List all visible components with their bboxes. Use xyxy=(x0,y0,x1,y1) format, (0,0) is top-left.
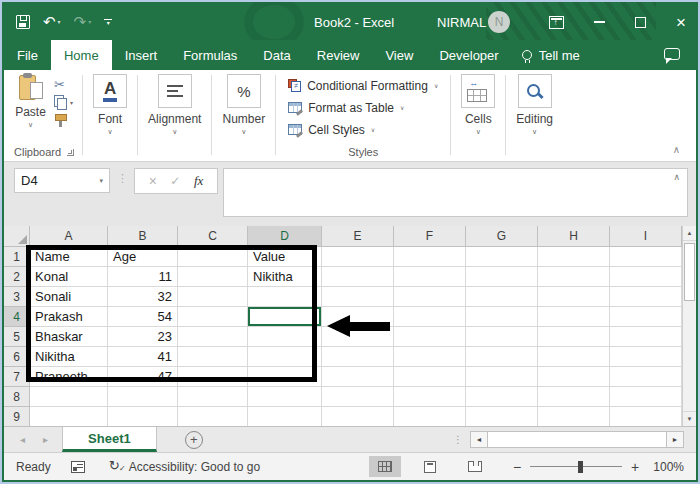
row-header-9[interactable]: 9 xyxy=(4,407,30,426)
cell-F6[interactable] xyxy=(394,347,466,367)
cell-D5[interactable] xyxy=(248,327,322,347)
cell-I9[interactable] xyxy=(610,407,682,426)
row-header-3[interactable]: 3 xyxy=(4,287,30,307)
avatar[interactable]: N xyxy=(488,11,510,33)
select-all-corner[interactable] xyxy=(4,226,30,247)
font-group[interactable]: A Font ∨ xyxy=(85,73,135,161)
page-layout-view-button[interactable] xyxy=(415,456,445,478)
alignment-dropdown-icon[interactable]: ∨ xyxy=(172,128,177,136)
cell-A9[interactable] xyxy=(30,407,108,426)
cell-E3[interactable] xyxy=(322,287,394,307)
cell-G1[interactable] xyxy=(466,247,538,267)
number-dropdown-icon[interactable]: ∨ xyxy=(241,128,246,136)
maximize-icon[interactable] xyxy=(635,17,646,28)
number-group[interactable]: % Number ∨ xyxy=(214,73,273,161)
scroll-left-icon[interactable]: ◄ xyxy=(470,431,488,448)
cell-H5[interactable] xyxy=(538,327,610,347)
column-header-H[interactable]: H xyxy=(538,226,610,247)
cell-D7[interactable] xyxy=(248,367,322,387)
cell-E7[interactable] xyxy=(322,367,394,387)
sheet-tab-sheet1[interactable]: Sheet1 xyxy=(62,427,157,452)
cell-B2[interactable]: 11 xyxy=(108,267,178,287)
minimize-icon[interactable] xyxy=(594,21,605,23)
customize-qat-button[interactable]: ▾ xyxy=(104,19,112,26)
column-header-A[interactable]: A xyxy=(30,226,108,247)
editing-group[interactable]: Editing ∨ xyxy=(508,73,561,161)
sheet-nav-left-icon[interactable]: ◂ xyxy=(20,434,25,445)
cell-F2[interactable] xyxy=(394,267,466,287)
cell-A3[interactable]: Sonali xyxy=(30,287,108,307)
collapse-ribbon-icon[interactable]: ∧ xyxy=(673,144,680,155)
paste-dropdown-icon[interactable]: ∨ xyxy=(28,121,33,129)
cell-H6[interactable] xyxy=(538,347,610,367)
format-as-table-button[interactable]: Format as Table ∨ xyxy=(288,97,438,118)
cell-D8[interactable] xyxy=(248,387,322,407)
cell-A8[interactable] xyxy=(30,387,108,407)
cell-F7[interactable] xyxy=(394,367,466,387)
cell-G3[interactable] xyxy=(466,287,538,307)
column-header-I[interactable]: I xyxy=(610,226,682,247)
cell-B1[interactable]: Age xyxy=(108,247,178,267)
cell-E2[interactable] xyxy=(322,267,394,287)
sheetbar-handle-icon[interactable]: ⋮ xyxy=(453,434,462,445)
accessibility-status[interactable]: ↻✓ Accessibility: Good to go xyxy=(109,459,260,474)
cell-F3[interactable] xyxy=(394,287,466,307)
row-header-5[interactable]: 5 xyxy=(4,327,30,347)
tab-home[interactable]: Home xyxy=(51,40,112,70)
column-header-B[interactable]: B xyxy=(108,226,178,247)
cell-F9[interactable] xyxy=(394,407,466,426)
cell-B9[interactable] xyxy=(108,407,178,426)
tab-formulas[interactable]: Formulas xyxy=(170,40,250,70)
cell-F4[interactable] xyxy=(394,307,466,327)
cell-H2[interactable] xyxy=(538,267,610,287)
cell-D1[interactable]: Value xyxy=(248,247,322,267)
name-box[interactable]: D4 ▾ xyxy=(14,168,110,193)
cell-G8[interactable] xyxy=(466,387,538,407)
save-icon[interactable] xyxy=(16,15,30,29)
cell-I8[interactable] xyxy=(610,387,682,407)
cell-C7[interactable] xyxy=(178,367,248,387)
tab-developer[interactable]: Developer xyxy=(426,40,511,70)
row-header-1[interactable]: 1 xyxy=(4,247,30,267)
clipboard-dialog-launcher-icon[interactable] xyxy=(67,149,74,156)
collapse-formula-bar-icon[interactable]: ∧ xyxy=(673,172,680,182)
cell-I7[interactable] xyxy=(610,367,682,387)
cell-I1[interactable] xyxy=(610,247,682,267)
cells-group[interactable]: ↔ Cells ∨ xyxy=(453,73,503,161)
new-sheet-icon[interactable]: + xyxy=(185,431,203,449)
cell-C4[interactable] xyxy=(178,307,248,327)
cell-styles-button[interactable]: Cell Styles ∨ xyxy=(288,119,438,140)
column-header-E[interactable]: E xyxy=(322,226,394,247)
alignment-group[interactable]: Alignment ∨ xyxy=(140,73,209,161)
cell-G9[interactable] xyxy=(466,407,538,426)
tab-view[interactable]: View xyxy=(372,40,426,70)
cell-C2[interactable] xyxy=(178,267,248,287)
vertical-scrollbar[interactable]: ▲ ▼ xyxy=(682,226,696,426)
copy-icon[interactable] xyxy=(54,95,67,109)
cell-B4[interactable]: 54 xyxy=(108,307,178,327)
ribbon-display-options-icon[interactable] xyxy=(549,16,564,29)
zoom-out-icon[interactable]: − xyxy=(513,459,521,475)
cell-G6[interactable] xyxy=(466,347,538,367)
formula-input[interactable]: ∧ xyxy=(223,168,688,217)
insert-function-icon[interactable]: fx xyxy=(194,173,203,189)
cell-H9[interactable] xyxy=(538,407,610,426)
cell-A7[interactable]: Praneeth xyxy=(30,367,108,387)
copy-dropdown-icon[interactable]: ▾ xyxy=(70,99,73,106)
cell-C1[interactable] xyxy=(178,247,248,267)
cell-F1[interactable] xyxy=(394,247,466,267)
cut-icon[interactable]: ✂ xyxy=(54,78,65,91)
scroll-right-icon[interactable]: ► xyxy=(666,431,684,448)
zoom-in-icon[interactable]: + xyxy=(631,459,639,475)
vertical-scroll-thumb[interactable] xyxy=(684,243,695,301)
cell-B5[interactable]: 23 xyxy=(108,327,178,347)
scroll-down-icon[interactable]: ▼ xyxy=(683,411,696,426)
row-header-2[interactable]: 2 xyxy=(4,267,30,287)
zoom-slider-thumb[interactable] xyxy=(578,461,583,473)
cells-dropdown-icon[interactable]: ∨ xyxy=(476,128,481,136)
cell-I4[interactable] xyxy=(610,307,682,327)
horizontal-scroll-track[interactable] xyxy=(488,431,666,448)
column-header-F[interactable]: F xyxy=(394,226,466,247)
row-header-8[interactable]: 8 xyxy=(4,387,30,407)
cell-B3[interactable]: 32 xyxy=(108,287,178,307)
